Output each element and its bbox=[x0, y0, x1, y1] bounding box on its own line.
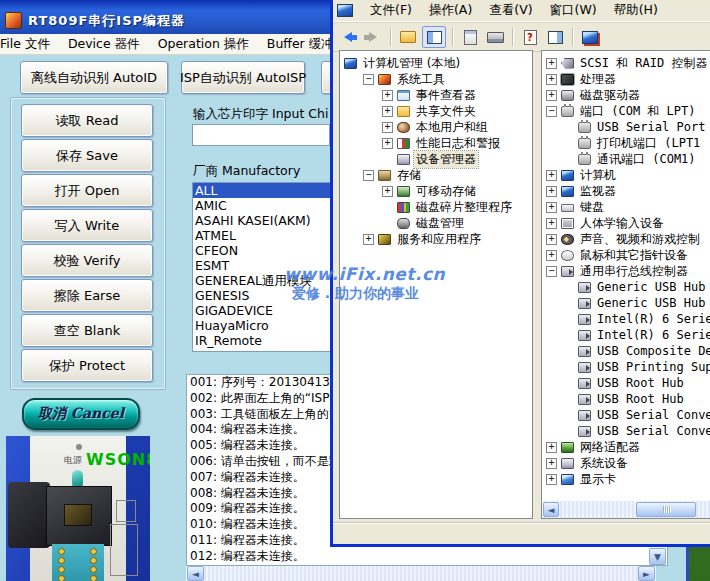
collapse-icon[interactable]: − bbox=[546, 106, 557, 117]
tree-item[interactable]: Intel(R) 6 Serie bbox=[542, 327, 710, 343]
expand-icon[interactable]: + bbox=[382, 106, 393, 117]
chip-input[interactable] bbox=[192, 124, 330, 146]
scroll-down-icon[interactable]: ▼ bbox=[649, 548, 666, 565]
auto-detect-button[interactable]: 离线自动识别 AutoID bbox=[20, 61, 168, 94]
tree-item[interactable]: USB Root Hub bbox=[542, 375, 710, 391]
expand-icon[interactable]: + bbox=[546, 58, 557, 69]
list-item[interactable]: GENESIS bbox=[193, 288, 331, 303]
expand-icon[interactable]: + bbox=[546, 202, 557, 213]
tree-item[interactable]: −端口 (COM 和 LPT) bbox=[542, 103, 710, 119]
tree-item[interactable]: 打印机端口 (LPT1 bbox=[542, 135, 710, 151]
menu-item[interactable]: 文件(F) bbox=[370, 2, 412, 19]
scroll-thumb[interactable] bbox=[636, 502, 696, 517]
operation-button[interactable]: 校验 Verify bbox=[21, 244, 153, 277]
tree-item[interactable]: +本地用户和组 bbox=[340, 119, 532, 135]
list-item[interactable]: ESMT bbox=[193, 258, 331, 273]
expand-icon[interactable]: + bbox=[382, 122, 393, 133]
menu-item[interactable]: File 文件 bbox=[0, 36, 50, 53]
tree-item[interactable]: +可移动存储 bbox=[340, 183, 532, 199]
tree-item[interactable]: +SCSI 和 RAID 控制器 bbox=[542, 55, 710, 71]
operation-button[interactable]: 保存 Save bbox=[21, 139, 153, 172]
menu-item[interactable]: 查看(V) bbox=[489, 2, 532, 19]
expand-icon[interactable]: + bbox=[546, 234, 557, 245]
menu-item[interactable]: 窗口(W) bbox=[550, 2, 597, 19]
tree-item[interactable]: USB Serial Port bbox=[542, 119, 710, 135]
up-icon[interactable] bbox=[397, 27, 419, 47]
collapse-icon[interactable]: − bbox=[363, 74, 374, 85]
tree-item[interactable]: +网络适配器 bbox=[542, 439, 710, 455]
list-item[interactable]: IR_Remote bbox=[193, 333, 331, 348]
list-item[interactable]: AMIC bbox=[193, 198, 331, 213]
expand-icon[interactable]: + bbox=[546, 442, 557, 453]
tree-item[interactable]: +处理器 bbox=[542, 71, 710, 87]
scroll-left-icon[interactable]: ◄ bbox=[543, 502, 559, 517]
tree-item[interactable]: +共享文件夹 bbox=[340, 103, 532, 119]
collapse-icon[interactable]: − bbox=[363, 170, 374, 181]
device-pane-horizontal-scrollbar[interactable]: ◄ bbox=[542, 501, 710, 518]
tree-item[interactable]: +系统设备 bbox=[542, 455, 710, 471]
menu-item[interactable]: 操作(A) bbox=[429, 2, 472, 19]
forward-icon[interactable] bbox=[362, 27, 384, 47]
list-item[interactable]: ALL bbox=[193, 183, 331, 198]
tree-item[interactable]: +事件查看器 bbox=[340, 87, 532, 103]
expand-icon[interactable]: + bbox=[546, 90, 557, 101]
tree-item[interactable]: +人体学输入设备 bbox=[542, 215, 710, 231]
tree-item[interactable]: +键盘 bbox=[542, 199, 710, 215]
tree-item[interactable]: USB Root Hub bbox=[542, 391, 710, 407]
expand-icon[interactable]: + bbox=[546, 250, 557, 261]
back-icon[interactable] bbox=[337, 27, 359, 47]
list-item[interactable]: GIGADEVICE bbox=[193, 303, 331, 318]
help-icon[interactable] bbox=[519, 27, 541, 47]
operation-button[interactable]: 擦除 Earse bbox=[21, 279, 153, 312]
tree-item[interactable]: 通讯端口 (COM1) bbox=[542, 151, 710, 167]
tree-item[interactable]: 磁盘碎片整理程序 bbox=[340, 199, 532, 215]
menu-item[interactable]: Device 器件 bbox=[68, 36, 140, 53]
tree-item[interactable]: Generic USB Hub bbox=[542, 279, 710, 295]
tree-item[interactable]: USB Serial Conve bbox=[542, 423, 710, 439]
tree-item[interactable]: +声音、视频和游戏控制 bbox=[542, 231, 710, 247]
operation-button[interactable]: 查空 Blank bbox=[21, 314, 153, 347]
tree-item[interactable]: Intel(R) 6 Serie bbox=[542, 311, 710, 327]
expand-icon[interactable]: + bbox=[546, 218, 557, 229]
operation-button[interactable]: 打开 Open bbox=[21, 174, 153, 207]
list-item[interactable]: CFEON bbox=[193, 243, 331, 258]
console-tree-icon[interactable] bbox=[422, 26, 446, 48]
tree-item[interactable]: −通用串行总线控制器 bbox=[542, 263, 710, 279]
expand-icon[interactable]: + bbox=[546, 186, 557, 197]
list-item[interactable]: HuayaMicro bbox=[193, 318, 331, 333]
log-horizontal-scrollbar[interactable]: ◄ ► bbox=[186, 566, 656, 581]
collapse-icon[interactable]: − bbox=[546, 266, 557, 277]
tree-item[interactable]: 设备管理器 bbox=[340, 151, 532, 167]
tree-item[interactable]: 磁盘管理 bbox=[340, 215, 532, 231]
tree-item[interactable]: +磁盘驱动器 bbox=[542, 87, 710, 103]
expand-icon[interactable]: + bbox=[546, 170, 557, 181]
tree-item[interactable]: Generic USB Hub bbox=[542, 295, 710, 311]
operation-button[interactable]: 读取 Read bbox=[21, 104, 153, 137]
tree-item[interactable]: +显示卡 bbox=[542, 471, 710, 487]
tree-item[interactable]: USB Serial Conve bbox=[542, 407, 710, 423]
menu-item[interactable]: Operation 操作 bbox=[158, 36, 249, 53]
operation-button[interactable]: 写入 Write bbox=[21, 209, 153, 242]
scroll-left-icon[interactable]: ◄ bbox=[187, 566, 204, 581]
tree-item[interactable]: USB Composite De bbox=[542, 343, 710, 359]
list-item[interactable]: ATMEL bbox=[193, 228, 331, 243]
tree-item[interactable]: +性能日志和警报 bbox=[340, 135, 532, 151]
list-item[interactable]: GENEREAL通用模块 bbox=[193, 273, 331, 288]
auto-detect-button[interactable]: ISP自动识别 AutoISP bbox=[181, 61, 305, 94]
computer-icon[interactable] bbox=[337, 4, 353, 17]
list-item[interactable]: ASAHI KASEI(AKM) bbox=[193, 213, 331, 228]
cancel-button[interactable]: 取消 Cancel bbox=[22, 398, 140, 430]
operation-button[interactable]: 保护 Protect bbox=[21, 349, 153, 382]
tree-item[interactable]: +服务和应用程序 bbox=[340, 231, 532, 247]
tree-item[interactable]: +计算机 bbox=[542, 167, 710, 183]
tree-item[interactable]: −系统工具 bbox=[340, 71, 532, 87]
device-tool-icon[interactable] bbox=[579, 27, 601, 47]
show-hide-icon[interactable] bbox=[544, 27, 566, 47]
expand-icon[interactable]: + bbox=[382, 138, 393, 149]
properties-icon[interactable] bbox=[459, 27, 481, 47]
expand-icon[interactable]: + bbox=[546, 74, 557, 85]
tree-item[interactable]: USB Printing Sup bbox=[542, 359, 710, 375]
expand-icon[interactable]: + bbox=[382, 90, 393, 101]
tree-item[interactable]: +鼠标和其它指针设备 bbox=[542, 247, 710, 263]
expand-icon[interactable]: + bbox=[546, 458, 557, 469]
